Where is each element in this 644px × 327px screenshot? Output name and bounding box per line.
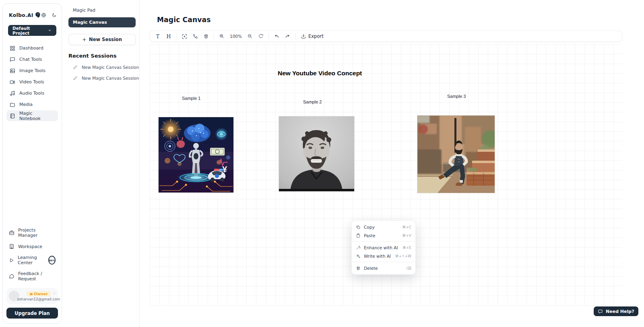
rotate-reset-icon [258, 33, 264, 39]
canvas-image-sample-1[interactable]: ¥ [159, 117, 233, 192]
sidebar-nav: Dashboard Chat Tools Image Tools Video T… [6, 43, 58, 121]
redo-button[interactable] [283, 32, 292, 41]
sidebar-item-magic-notebook[interactable]: Magic Notebook [6, 110, 58, 121]
canvas-text-heading[interactable]: New Youtube Video Concept [278, 70, 362, 77]
shortcut-label: ⌫ [406, 266, 411, 270]
play-icon [9, 258, 14, 263]
need-help-button[interactable]: Need Help? [594, 306, 638, 316]
sidebar-item-projects-manager[interactable]: Projects Manager [6, 228, 58, 238]
sidebar-item-workspace[interactable]: Workspace [6, 244, 58, 249]
building-icon [9, 244, 14, 249]
shortcut-label: ⌘+E [402, 246, 411, 250]
reset-view-button[interactable] [256, 32, 265, 41]
toolbar-divider [176, 33, 177, 39]
sidebar-spacer [6, 121, 58, 228]
context-menu-item-paste[interactable]: Paste ⌘+V [352, 231, 415, 240]
text-tool-button[interactable]: T [153, 32, 162, 41]
canvas-image-sample-2[interactable] [279, 116, 354, 191]
zoom-in-icon [219, 33, 225, 39]
sidebar-item-label: Dashboard [19, 46, 43, 51]
ai-scan-icon [182, 33, 188, 39]
context-menu-item-enhance-with-ai[interactable]: Enhance with AI ⌘+E [352, 243, 415, 252]
sidebar-item-label: Chat Tools [19, 57, 42, 62]
export-button[interactable]: Export [299, 33, 326, 39]
zoom-in-button[interactable] [217, 32, 226, 41]
wand-icon [356, 245, 361, 250]
page-title: Magic Canvas [157, 16, 211, 24]
undo-icon [274, 33, 280, 39]
canvas-text-sample-2[interactable]: Sample 2 [303, 99, 322, 104]
tool-item-magic-canvas[interactable]: Magic Canvas [68, 17, 136, 27]
briefcase-icon [9, 230, 14, 236]
crown-icon [29, 292, 33, 296]
context-menu-item-delete[interactable]: Delete ⌫ [352, 264, 415, 272]
user-card[interactable]: Owner zoharvan12@gmail.com [6, 288, 58, 304]
shortcut-label: ⌘+C [402, 225, 411, 229]
sidebar-item-chat-tools[interactable]: Chat Tools [6, 54, 58, 65]
video-icon [10, 79, 15, 85]
learning-progress-badge: 66% [48, 256, 56, 265]
zoom-level[interactable]: 100% [228, 34, 244, 39]
sidebar-item-feedback-request[interactable]: Feedback / Request [6, 271, 58, 281]
download-icon [301, 33, 306, 39]
project-selector-label: Default Project [12, 26, 47, 35]
project-selector[interactable]: Default Project [8, 25, 56, 36]
upgrade-plan-button[interactable]: Upgrade Plan [6, 308, 58, 319]
sidebar-item-dashboard[interactable]: Dashboard [6, 43, 58, 54]
context-menu: Copy ⌘+C Paste ⌘+V Enhance with AI ⌘+E W… [351, 220, 416, 275]
trash-icon [203, 33, 209, 39]
logo-row: Kolbo.AI [6, 8, 58, 18]
paste-icon [356, 233, 361, 238]
help-chat-icon [598, 309, 603, 314]
new-session-button[interactable]: New Session [68, 34, 136, 45]
user-email: zoharvan12@gmail.com [17, 297, 60, 301]
sidebar-item-media[interactable]: Media [6, 99, 58, 110]
sidebar-item-video-tools[interactable]: Video Tools [6, 77, 58, 87]
magic-canvas-surface[interactable]: New Youtube Video Concept Sample 1 Sampl… [150, 44, 622, 306]
sidebar-item-label: Projects Manager [18, 228, 56, 238]
app-logo: Kolbo.AI [9, 12, 33, 18]
heading-tool-button[interactable]: H [164, 32, 173, 41]
sidebar-footer-nav: Projects Manager Workspace Learning Cent… [6, 228, 58, 281]
context-menu-item-copy[interactable]: Copy ⌘+C [352, 223, 415, 231]
notebook-icon [10, 113, 15, 119]
tool-item-magic-pad[interactable]: Magic Pad [62, 6, 139, 14]
sidebar-item-label: Feedback / Request [18, 271, 56, 281]
toolbar-divider [295, 33, 295, 39]
sparkles-icon [356, 254, 361, 259]
workflow-tool-button[interactable] [191, 32, 200, 41]
canvas-toolbar: T H 100% Export [150, 31, 622, 42]
toolbar-divider [214, 33, 214, 39]
dark-mode-moon-icon[interactable] [52, 12, 57, 18]
language-globe-icon[interactable] [41, 12, 46, 18]
context-menu-item-write-with-ai[interactable]: Write with AI ⌘+⇧+W [352, 252, 415, 260]
recent-sessions-heading: Recent Sessions [68, 53, 139, 59]
dashboard-icon [10, 46, 15, 51]
chat-icon [10, 57, 15, 62]
recent-session-item[interactable]: New Magic Canvas Session [73, 65, 139, 70]
feedback-icon [9, 273, 14, 279]
sidebar-item-label: Image Tools [19, 68, 45, 73]
zoom-out-button[interactable] [246, 32, 254, 41]
workflow-icon [192, 33, 198, 39]
chevron-down-icon [47, 28, 52, 33]
sidebar-item-image-tools[interactable]: Image Tools [6, 65, 58, 76]
undo-button[interactable] [272, 32, 281, 41]
delete-tool-button[interactable] [202, 32, 211, 41]
left-sidebar: Kolbo.AI Default Project Dashboard Chat … [2, 3, 62, 324]
sidebar-item-label: Video Tools [19, 79, 44, 85]
sidebar-item-label: Learning Center [18, 255, 44, 265]
canvas-text-sample-1[interactable]: Sample 1 [182, 96, 200, 101]
context-menu-divider [352, 241, 415, 242]
canvas-text-sample-3[interactable]: Sample 3 [447, 94, 466, 99]
sidebar-item-audio-tools[interactable]: Audio Tools [6, 88, 58, 99]
recent-session-item[interactable]: New Magic Canvas Session [73, 76, 139, 81]
pencil-icon [73, 65, 78, 70]
plus-icon [82, 37, 87, 42]
sidebar-item-label: Audio Tools [19, 91, 44, 96]
ai-scan-tool-button[interactable] [180, 32, 189, 41]
redo-icon [285, 33, 291, 39]
canvas-image-sample-3[interactable] [417, 116, 495, 193]
trash-icon [356, 266, 361, 271]
sidebar-item-learning-center[interactable]: Learning Center 66% [6, 255, 58, 265]
